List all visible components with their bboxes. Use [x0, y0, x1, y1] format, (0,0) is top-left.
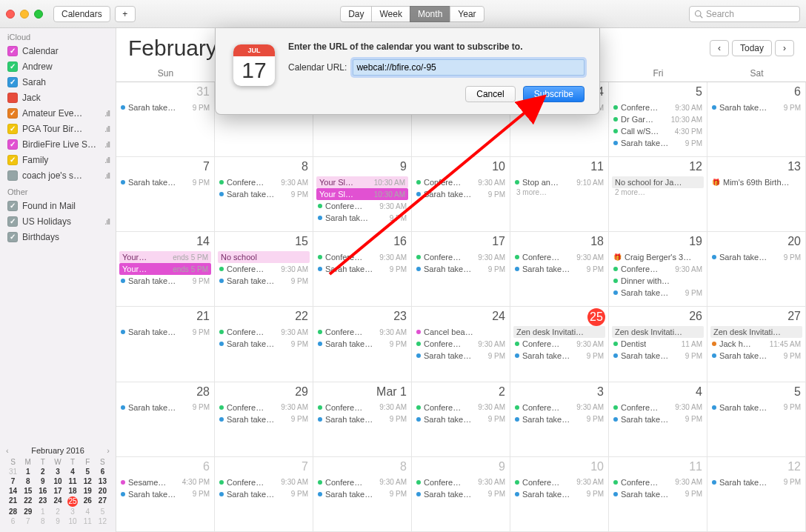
sidebar-item[interactable]: ✓Andrew: [0, 59, 116, 74]
minical-day[interactable]: 8: [21, 477, 35, 486]
day-cell[interactable]: 3Confere…9:30 AMSarah take…9 PM: [510, 382, 609, 457]
day-cell[interactable]: 6Sarah take…9 PM: [707, 82, 806, 157]
minical-day[interactable]: 23: [36, 496, 50, 507]
sidebar-item[interactable]: ✓US Holidays.ıll: [0, 213, 116, 229]
event[interactable]: Confere…9:30 AM: [415, 476, 507, 488]
day-cell[interactable]: 11Stop an…9:10 AM3 more…: [510, 157, 609, 232]
day-cell[interactable]: 10Confere…9:30 AMSarah take…9 PM: [412, 157, 510, 232]
event[interactable]: Sarah take…9 PM: [218, 188, 310, 200]
event[interactable]: No school: [218, 251, 310, 263]
add-button[interactable]: +: [115, 6, 136, 22]
calendar-checkbox[interactable]: ✓: [7, 232, 18, 242]
sidebar-item[interactable]: ✓Calendar: [0, 43, 116, 59]
calendar-checkbox[interactable]: [7, 170, 18, 181]
event[interactable]: Sarah take…9 PM: [513, 488, 605, 500]
calendars-toggle[interactable]: Calendars: [53, 6, 110, 22]
minical-day[interactable]: 2: [36, 468, 50, 476]
day-cell[interactable]: 28Sarah take…9 PM: [116, 382, 215, 457]
sidebar-item[interactable]: ✓PGA Tour Bir….ıll: [0, 121, 116, 136]
calendar-checkbox[interactable]: ✓: [7, 155, 18, 165]
sidebar-item[interactable]: ✓Birthdays: [0, 229, 116, 245]
event[interactable]: Confere…9:30 AM: [513, 338, 605, 350]
minical-day[interactable]: 7: [21, 517, 35, 526]
event[interactable]: Confere…9:30 AM: [513, 402, 605, 413]
minical-next[interactable]: ›: [107, 446, 110, 455]
event[interactable]: 🎁Craig Berger's 3…: [612, 251, 704, 263]
event[interactable]: Confere…9:30 AM: [316, 200, 408, 212]
event[interactable]: Sarah take…9 PM: [218, 413, 310, 425]
day-cell[interactable]: 13🎁Mim's 69th Birth…: [707, 157, 806, 232]
day-cell[interactable]: 26Zen desk Invitati…Dentist11 AMSarah ta…: [609, 307, 707, 382]
day-cell[interactable]: 22Confere…9:30 AMSarah take…9 PM: [215, 307, 313, 382]
minical-day[interactable]: 19: [81, 487, 95, 496]
event[interactable]: Dentist11 AM: [612, 338, 704, 350]
event[interactable]: Sarah take…9 PM: [119, 488, 211, 500]
minical-day[interactable]: 5: [81, 468, 95, 476]
calendar-checkbox[interactable]: ✓: [7, 201, 18, 211]
calendar-checkbox[interactable]: ✓: [7, 77, 18, 87]
event[interactable]: Call w/S…4:30 PM: [612, 125, 704, 137]
event[interactable]: Sarah take…9 PM: [218, 488, 310, 500]
event[interactable]: Cancel bea…: [415, 326, 507, 338]
minical-day[interactable]: 4: [66, 468, 80, 476]
event[interactable]: Confere…9:30 AM: [316, 476, 408, 488]
event[interactable]: Sarah take…9 PM: [218, 338, 310, 350]
view-day[interactable]: Day: [340, 6, 372, 22]
minical-day[interactable]: 7: [6, 477, 20, 486]
minical-day[interactable]: 20: [96, 487, 110, 496]
minical-day[interactable]: 8: [36, 517, 50, 526]
prev-month[interactable]: ‹: [710, 40, 729, 56]
minical-day[interactable]: 4: [81, 508, 95, 516]
event[interactable]: Zen desk Invitati…: [612, 326, 704, 338]
subscribe-button[interactable]: Subscribe: [523, 86, 584, 102]
day-cell[interactable]: Mar 1Confere…9:30 AMSarah take…9 PM: [313, 382, 412, 457]
day-cell[interactable]: 14Your…ends 5 PMYour…ends 5 PMSarah take…: [116, 232, 215, 307]
minical-day[interactable]: 28: [6, 508, 20, 516]
event[interactable]: Confere…9:30 AM: [612, 263, 704, 275]
today-button[interactable]: Today: [732, 40, 772, 56]
calendar-checkbox[interactable]: ✓: [7, 139, 18, 150]
event[interactable]: Confere…9:30 AM: [316, 402, 408, 413]
day-cell[interactable]: 19🎁Craig Berger's 3…Confere…9:30 AMDinne…: [609, 232, 707, 307]
day-cell[interactable]: 2Confere…9:30 AMSarah take…9 PM: [412, 382, 510, 457]
more-events[interactable]: 3 more…: [513, 188, 605, 196]
day-cell[interactable]: 5Sarah take…9 PM: [707, 382, 806, 457]
minical-prev[interactable]: ‹: [6, 446, 9, 455]
minical-day[interactable]: 15: [21, 487, 35, 496]
event[interactable]: Confere…9:30 AM: [612, 102, 704, 113]
day-cell[interactable]: 15No schoolConfere…9:30 AMSarah take…9 P…: [215, 232, 313, 307]
event[interactable]: Sarah tak…9 PM: [316, 212, 408, 224]
event[interactable]: Confere…9:30 AM: [218, 176, 310, 188]
minical-day[interactable]: 26: [81, 496, 95, 507]
event[interactable]: Confere…9:30 AM: [218, 326, 310, 338]
event[interactable]: Zen desk Invitati…: [513, 326, 605, 338]
day-cell[interactable]: 12Sarah take…9 PM: [707, 457, 806, 532]
calendar-checkbox[interactable]: [7, 93, 18, 103]
event[interactable]: Your…ends 5 PM: [119, 251, 211, 263]
minical-day[interactable]: 12: [81, 477, 95, 486]
event[interactable]: Confere…9:30 AM: [415, 338, 507, 350]
day-cell[interactable]: 7Confere…9:30 AMSarah take…9 PM: [215, 457, 313, 532]
minical-day[interactable]: 12: [96, 517, 110, 526]
event[interactable]: Confere…9:30 AM: [513, 251, 605, 263]
event[interactable]: Sarah take…9 PM: [710, 476, 802, 488]
day-cell[interactable]: 16Confere…9:30 AMSarah take…9 PM: [313, 232, 412, 307]
event[interactable]: Confere…9:30 AM: [612, 476, 704, 488]
day-cell[interactable]: 8Confere…9:30 AMSarah take…9 PM: [215, 157, 313, 232]
event[interactable]: Sarah take…9 PM: [316, 488, 408, 500]
minical-day[interactable]: 6: [96, 468, 110, 476]
event[interactable]: Sarah take…9 PM: [513, 350, 605, 362]
calendar-checkbox[interactable]: ✓: [7, 46, 18, 56]
event[interactable]: Stop an…9:10 AM: [513, 176, 605, 188]
event[interactable]: Sarah take…9 PM: [316, 338, 408, 350]
cancel-button[interactable]: Cancel: [465, 86, 515, 102]
event[interactable]: Confere…9:30 AM: [316, 326, 408, 338]
event[interactable]: Confere…9:30 AM: [415, 251, 507, 263]
day-cell[interactable]: 7Sarah take…9 PM: [116, 157, 215, 232]
event[interactable]: Sarah take…9 PM: [415, 350, 507, 362]
minical-day[interactable]: 10: [50, 477, 64, 486]
event[interactable]: Your Sl…10:30 AM: [316, 176, 408, 188]
sidebar-item[interactable]: ✓BirdieFire Live S….ıll: [0, 136, 116, 152]
sidebar-item[interactable]: ✓Found in Mail: [0, 198, 116, 213]
month-grid[interactable]: 31Sarah take…9 PM1Sarah take…9 PM2Sarah …: [116, 82, 806, 532]
